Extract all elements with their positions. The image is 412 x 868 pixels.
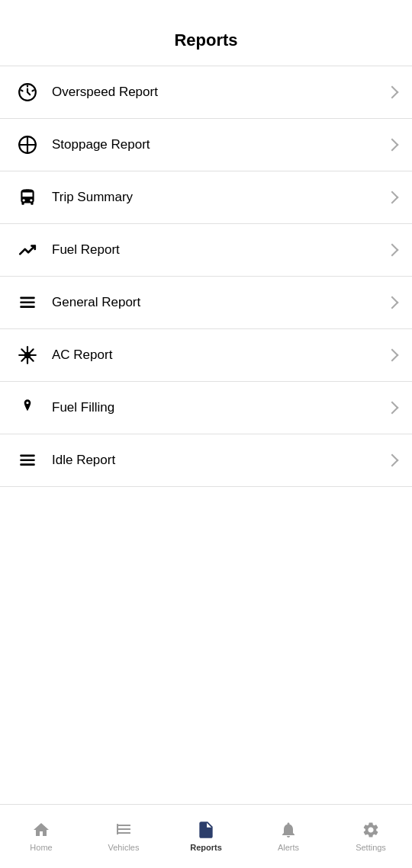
filling-chevron — [386, 402, 399, 415]
settings-icon — [361, 820, 381, 840]
general-chevron — [386, 296, 399, 309]
fuel-label: Fuel Report — [52, 242, 388, 258]
report-item-idle[interactable]: Idle Report — [0, 434, 412, 487]
ac-chevron — [386, 349, 399, 362]
reports-nav-icon — [196, 820, 216, 840]
nav-item-home[interactable]: Home — [0, 814, 82, 852]
svg-rect-14 — [20, 463, 35, 466]
svg-rect-15 — [117, 825, 130, 826]
report-item-overspeed[interactable]: Overspeed Report — [0, 66, 412, 119]
stoppage-label: Stoppage Report — [52, 137, 388, 152]
alerts-nav-label: Alerts — [278, 843, 299, 852]
report-item-stoppage[interactable]: Stoppage Report — [0, 119, 412, 171]
stoppage-icon — [15, 133, 40, 157]
ac-icon — [15, 343, 40, 367]
fuel-icon — [15, 238, 40, 262]
svg-rect-17 — [117, 832, 130, 834]
home-nav-label: Home — [30, 843, 52, 852]
general-icon — [15, 290, 40, 315]
report-item-filling[interactable]: Fuel Filling — [0, 382, 412, 434]
filling-icon — [15, 396, 40, 420]
settings-nav-label: Settings — [356, 843, 386, 852]
ac-label: AC Report — [52, 348, 388, 363]
reports-nav-label: Reports — [190, 843, 222, 852]
report-item-general[interactable]: General Report — [0, 277, 412, 329]
svg-rect-18 — [117, 824, 118, 834]
svg-rect-5 — [20, 301, 35, 303]
report-item-fuel[interactable]: Fuel Report — [0, 224, 412, 277]
svg-rect-12 — [20, 454, 35, 456]
idle-icon — [15, 448, 40, 472]
nav-item-vehicles[interactable]: Vehicles — [82, 814, 165, 852]
nav-item-alerts[interactable]: Alerts — [247, 814, 330, 852]
stoppage-chevron — [386, 139, 399, 152]
nav-item-settings[interactable]: Settings — [330, 814, 412, 852]
fuel-chevron — [386, 244, 399, 257]
bottom-nav: Home Vehicles Reports Alerts — [0, 804, 412, 868]
filling-label: Fuel Filling — [52, 400, 388, 415]
svg-rect-13 — [20, 459, 35, 461]
idle-label: Idle Report — [52, 453, 388, 468]
overspeed-label: Overspeed Report — [52, 85, 388, 100]
alerts-icon — [278, 820, 298, 840]
vehicles-icon — [114, 820, 134, 840]
overspeed-icon — [15, 80, 40, 104]
trip-label: Trip Summary — [52, 190, 388, 205]
report-item-ac[interactable]: AC Report — [0, 329, 412, 382]
vehicles-nav-label: Vehicles — [108, 843, 140, 852]
trip-icon — [15, 185, 40, 210]
report-item-trip[interactable]: Trip Summary — [0, 171, 412, 224]
svg-rect-6 — [20, 306, 35, 308]
home-icon — [31, 820, 51, 840]
overspeed-chevron — [386, 86, 399, 99]
general-label: General Report — [52, 295, 388, 310]
trip-chevron — [386, 191, 399, 204]
nav-item-reports[interactable]: Reports — [165, 814, 247, 852]
svg-rect-16 — [117, 828, 130, 830]
idle-chevron — [386, 454, 399, 467]
svg-rect-4 — [20, 296, 35, 299]
page-title: Reports — [0, 0, 412, 66]
report-list: Overspeed Report Stoppage Report Trip Su… — [0, 66, 412, 487]
